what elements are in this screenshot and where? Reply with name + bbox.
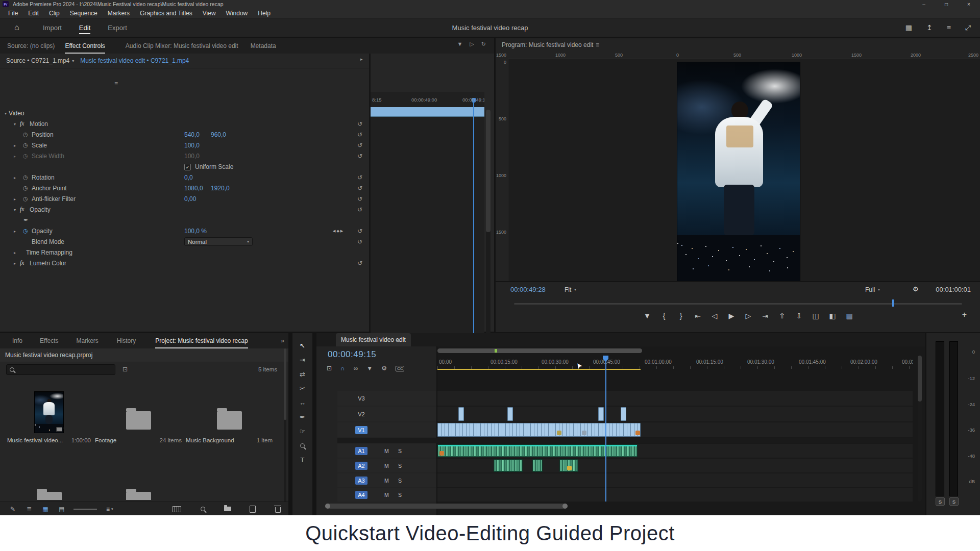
workspace-tab[interactable]: Edit	[79, 18, 90, 37]
effect-parameter-row[interactable]: ▸ ◷ Anti-flicker Filter 0,00 ✒ ↺	[0, 194, 369, 205]
find-icon[interactable]	[199, 505, 206, 513]
scrubber-playhead[interactable]	[892, 299, 894, 307]
uniform-scale-checkbox[interactable]: ✓	[184, 164, 191, 170]
stopwatch-icon[interactable]: ◷	[23, 131, 28, 138]
scrollbar-thumb[interactable]	[918, 356, 922, 402]
panel-menu-icon[interactable]: ≡	[596, 41, 599, 48]
chevron-icon[interactable]: ▸	[14, 229, 16, 234]
parameter-value[interactable]: 1920,0	[211, 185, 230, 192]
menu-item[interactable]: Window	[221, 10, 253, 17]
reset-icon[interactable]: ↺	[357, 185, 362, 192]
playback-resolution-dropdown[interactable]: Full ▾	[865, 286, 880, 293]
track-name[interactable]: A4	[355, 491, 368, 499]
project-item[interactable]: Footage 24 items	[93, 382, 184, 462]
search-input[interactable]	[6, 364, 115, 375]
vertical-scrollbar[interactable]	[284, 348, 286, 502]
chevron-icon[interactable]: ▸	[14, 251, 16, 255]
parameter-value[interactable]: 0,0	[184, 174, 193, 181]
stopwatch-icon[interactable]: ◷	[23, 153, 28, 159]
reset-icon[interactable]: ↺	[357, 142, 362, 149]
program-timecode[interactable]: 00:00:49:28	[510, 286, 546, 293]
program-video-preview[interactable]	[677, 62, 800, 281]
vertical-scrollbar[interactable]	[486, 110, 491, 349]
track-lane[interactable]	[437, 444, 913, 458]
scrollbar-thumb[interactable]	[325, 504, 568, 509]
solo-right-button[interactable]: S	[949, 497, 959, 506]
slip-tool[interactable]: ↔	[298, 398, 308, 407]
reset-icon[interactable]: ↺	[357, 228, 362, 235]
pen-mask-icon[interactable]: ✒	[23, 217, 28, 223]
parameter-value[interactable]: 0,00	[184, 195, 196, 203]
audio-clip[interactable]	[532, 459, 543, 472]
sequence-marker[interactable]	[495, 349, 497, 353]
project-item[interactable]: Music Background 1 item	[184, 382, 275, 462]
stopwatch-icon[interactable]: ◷	[23, 185, 28, 191]
create-search-bin-icon[interactable]: ⊡	[122, 366, 128, 373]
project-item[interactable]	[93, 462, 184, 500]
panel-tab[interactable]: Metadata	[251, 38, 276, 54]
track-name[interactable]: A3	[355, 477, 368, 485]
project-item[interactable]	[5, 462, 93, 500]
stopwatch-icon[interactable]: ◷	[23, 228, 28, 234]
bin-folder-icon[interactable]	[37, 492, 62, 500]
scrollbar-thumb[interactable]	[486, 110, 491, 232]
chevron-icon[interactable]: ▸	[14, 261, 16, 266]
project-writable-icon[interactable]: ✎	[9, 505, 16, 513]
horizontal-scrollbar[interactable]	[316, 504, 925, 509]
solo-button[interactable]: S	[398, 478, 402, 484]
reset-icon[interactable]: ↺	[357, 260, 362, 267]
settings-wrench-icon[interactable]: ⚙	[913, 285, 919, 293]
reset-icon[interactable]: ↺	[357, 120, 362, 128]
razor-tool[interactable]: ✂	[298, 384, 308, 393]
step-forward-button[interactable]: ▷	[744, 310, 753, 321]
source-clip-label[interactable]: Source • C9721_1.mp4	[6, 57, 69, 64]
track-lane[interactable]	[437, 473, 913, 487]
menu-item[interactable]: Clip	[44, 10, 65, 17]
panel-menu-icon[interactable]: ≡	[397, 337, 400, 344]
track-lane[interactable]	[437, 391, 913, 406]
scrollbar-thumb[interactable]	[437, 348, 642, 353]
panel-tab[interactable]: Info	[12, 333, 22, 348]
video-clip[interactable]	[507, 407, 513, 421]
parameter-value[interactable]: 100,0	[184, 142, 200, 149]
thumbnail-zoom-slider[interactable]	[74, 509, 97, 510]
comparison-view-button[interactable]: ◧	[828, 310, 837, 321]
menu-item[interactable]: Edit	[23, 10, 44, 17]
effect-parameter-row[interactable]: ▸ fx Lumetri Color ✒ ↺	[0, 258, 369, 269]
mute-button[interactable]: M	[384, 463, 389, 469]
button-editor-icon[interactable]: +	[962, 310, 967, 319]
captions-icon[interactable]: CC	[396, 366, 405, 371]
add-marker-icon[interactable]: ▼	[366, 365, 373, 372]
effect-parameter-row[interactable]: Uniform Scale ✓ ✒	[0, 162, 369, 172]
panel-tab[interactable]: Source: (no clips)	[7, 38, 55, 54]
menu-item[interactable]: Help	[253, 10, 276, 17]
track-name[interactable]: V2	[355, 410, 368, 418]
track-name[interactable]: V1	[355, 426, 368, 434]
panel-menu-icon[interactable]: ≡	[114, 80, 118, 87]
timeline-ruler[interactable]: 00:0000:00:15:0000:00:30:0000:00:45:0000…	[437, 356, 913, 369]
menu-item[interactable]: Graphics and Titles	[135, 10, 198, 17]
close-button[interactable]: ×	[958, 0, 980, 8]
sequence-timecode[interactable]: 00:00:49:15	[328, 349, 376, 360]
mute-button[interactable]: M	[384, 478, 389, 484]
mark-out-button[interactable]: }	[676, 310, 685, 321]
chevron-icon[interactable]: ▸	[14, 154, 16, 159]
export-frame-button[interactable]: ◫	[811, 310, 820, 321]
zoom-tool[interactable]	[298, 441, 308, 450]
effect-parameter-row[interactable]: Blend Mode Normal▾ ✒ ↺	[0, 237, 369, 247]
bin-folder-icon[interactable]	[126, 492, 151, 500]
panel-tab[interactable]: Effect Controls	[65, 38, 105, 54]
chevron-icon[interactable]: ▾	[5, 111, 7, 116]
mute-button[interactable]: M	[384, 492, 389, 498]
panel-tab[interactable]: Markers	[76, 333, 98, 348]
automate-to-sequence-icon[interactable]	[173, 505, 181, 513]
sort-icons-dropdown[interactable]: ≡▾	[106, 506, 113, 513]
video-clip[interactable]	[458, 407, 464, 421]
panel-tab[interactable]: Audio Clip Mixer: Music festival video e…	[126, 38, 238, 54]
parameter-value[interactable]: 960,0	[211, 131, 226, 138]
list-view-icon[interactable]: ≣	[26, 505, 33, 513]
bin-folder-icon[interactable]	[126, 411, 151, 430]
panel-tab[interactable]: Project: Music festival video recap	[155, 333, 248, 348]
effect-parameter-row[interactable]: ▾ fx Opacity ✒ ↺	[0, 205, 369, 215]
menu-item[interactable]: Markers	[103, 10, 135, 17]
